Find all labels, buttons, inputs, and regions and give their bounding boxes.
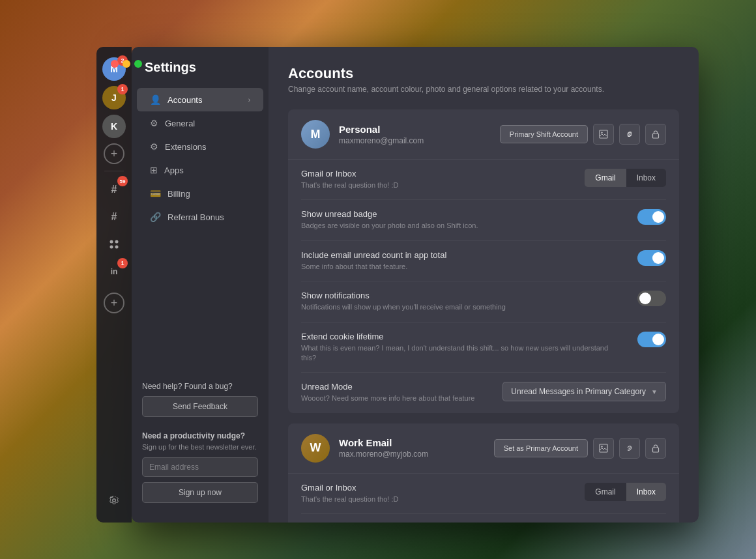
inbox-button-2[interactable]: Inbox bbox=[626, 483, 666, 501]
email-count-info-1: Include email unread count in app total … bbox=[301, 250, 624, 272]
svg-rect-6 bbox=[653, 134, 659, 138]
email-input[interactable] bbox=[142, 457, 258, 477]
dock: M 2 J 1 K + # 59 # in 1 + bbox=[96, 47, 132, 523]
gmail-inbox-label-1: Gmail or Inbox bbox=[301, 169, 572, 179]
work-screenshot-button[interactable] bbox=[593, 438, 614, 459]
cookie-toggle-1[interactable] bbox=[637, 332, 666, 347]
dots-svg bbox=[108, 238, 120, 250]
dock-add-app-button[interactable]: + bbox=[104, 293, 124, 313]
dock-hashtag-icon-2[interactable]: # bbox=[102, 205, 126, 229]
dropdown-arrow-icon: ▼ bbox=[651, 388, 658, 395]
unread-mode-value-1: Unread Messages in Primary Category bbox=[511, 387, 646, 396]
email-count-desc-1: Some info about that that feature. bbox=[301, 262, 624, 272]
sidebar-item-general[interactable]: ⚙ General bbox=[137, 111, 263, 135]
personal-avatar: M bbox=[301, 120, 330, 149]
dock-avatar-2[interactable]: J 1 bbox=[102, 86, 126, 109]
gmail-button-1[interactable]: Gmail bbox=[585, 169, 626, 187]
dock-bottom bbox=[102, 489, 126, 512]
personal-link-button[interactable] bbox=[619, 124, 640, 145]
toggle-thumb-3 bbox=[639, 293, 651, 304]
cookie-label-1: Extend cookie lifetime bbox=[301, 332, 624, 341]
minimize-button[interactable] bbox=[123, 60, 130, 68]
personal-account-info: Personal maxmoreno@gmail.com bbox=[339, 124, 500, 145]
gmail-inbox-row-1: Gmail or Inbox That's the real question … bbox=[301, 160, 666, 200]
personal-account-card: M Personal maxmoreno@gmail.com Primary S… bbox=[288, 109, 679, 413]
personal-lock-button[interactable] bbox=[645, 124, 666, 145]
sidebar-item-referral[interactable]: 🔗 Referral Bonus bbox=[137, 205, 263, 229]
dock-avatar-3[interactable]: K bbox=[102, 115, 126, 138]
sidebar-item-apps[interactable]: ⊞ Apps bbox=[137, 158, 263, 182]
unread-mode-dropdown-1[interactable]: Unread Messages in Primary Category ▼ bbox=[502, 382, 666, 401]
personal-screenshot-button[interactable] bbox=[593, 124, 614, 145]
gmail-inbox-label-2: Gmail or Inbox bbox=[301, 483, 572, 493]
work-avatar-circle: W bbox=[301, 434, 330, 463]
unread-mode-desc-1: Woooot? Need some more info here about t… bbox=[301, 394, 489, 403]
inbox-button-1[interactable]: Inbox bbox=[626, 169, 666, 187]
apps-icon: ⊞ bbox=[150, 165, 158, 175]
dock-linkedin-icon[interactable]: in 1 bbox=[102, 260, 126, 283]
unread-badge-toggle-1[interactable] bbox=[637, 209, 666, 225]
help-title: Need help? Found a bug? bbox=[142, 382, 258, 391]
personal-account-email: maxmoreno@gmail.com bbox=[339, 136, 500, 145]
personal-account-name: Personal bbox=[339, 124, 500, 135]
accounts-chevron-icon: › bbox=[248, 96, 250, 104]
svg-point-8 bbox=[601, 446, 602, 447]
image-icon bbox=[599, 130, 608, 139]
dock-dots-icon[interactable] bbox=[102, 233, 126, 256]
work-account-card: W Work Email max.moreno@myjob.com Set as… bbox=[288, 423, 679, 523]
set-primary-account-button[interactable]: Set as Primary Account bbox=[494, 439, 588, 457]
work-account-name: Work Email bbox=[339, 437, 494, 448]
sidebar-item-accounts[interactable]: 👤 Accounts › bbox=[137, 88, 263, 111]
link-icon bbox=[625, 130, 634, 139]
sidebar-apps-label: Apps bbox=[164, 165, 184, 175]
gmail-inbox-control-1: Gmail Inbox bbox=[585, 169, 666, 187]
unread-badge-control-1 bbox=[637, 209, 666, 225]
sidebar-nudge: Need a productivity nudge? Sign up for t… bbox=[132, 423, 269, 509]
work-lock-button[interactable] bbox=[645, 438, 666, 459]
notifications-toggle-1[interactable] bbox=[637, 291, 666, 306]
gmail-inbox-btngroup-2: Gmail Inbox bbox=[585, 483, 666, 501]
email-count-toggle-1[interactable] bbox=[637, 250, 666, 266]
sidebar-item-billing[interactable]: 💳 Billing bbox=[137, 182, 263, 205]
lock-icon bbox=[651, 130, 660, 139]
main-window: Settings 👤 Accounts › ⚙ General ⚙ Extens… bbox=[132, 47, 699, 523]
unread-badge-desc-1: Badges are visible on your photo and als… bbox=[301, 221, 624, 231]
email-count-label-1: Include email unread count in app total bbox=[301, 250, 624, 260]
signup-button[interactable]: Sign up now bbox=[142, 482, 258, 503]
billing-icon: 💳 bbox=[150, 188, 161, 199]
cookie-control-1 bbox=[637, 332, 666, 347]
dock-settings-icon[interactable] bbox=[102, 489, 126, 512]
personal-account-actions: Primary Shift Account bbox=[500, 124, 666, 145]
unread-mode-label-1: Unread Mode bbox=[301, 382, 489, 392]
work-link-button[interactable] bbox=[619, 438, 640, 459]
main-content: Accounts Change account name, account co… bbox=[269, 47, 699, 523]
sidebar-help: Need help? Found a bug? Send Feedback bbox=[132, 371, 269, 423]
sidebar-item-extensions[interactable]: ⚙ Extensions bbox=[137, 135, 263, 158]
unread-badge-info-1: Show unread badge Badges are visible on … bbox=[301, 209, 624, 231]
personal-settings-section: Gmail or Inbox That's the real question … bbox=[288, 160, 679, 413]
gmail-inbox-info-1: Gmail or Inbox That's the real question … bbox=[301, 169, 572, 190]
dock-hashtag-icon-1[interactable]: # 59 bbox=[102, 178, 126, 201]
svg-point-1 bbox=[115, 240, 119, 244]
feedback-button[interactable]: Send Feedback bbox=[142, 396, 258, 417]
primary-shift-account-button[interactable]: Primary Shift Account bbox=[500, 125, 588, 143]
svg-point-3 bbox=[115, 246, 119, 249]
notifications-label-1: Show notifications bbox=[301, 291, 624, 300]
svg-point-2 bbox=[110, 246, 113, 249]
close-button[interactable] bbox=[111, 60, 119, 68]
page-subtitle: Change account name, account colour, pho… bbox=[288, 85, 679, 94]
sidebar: Settings 👤 Accounts › ⚙ General ⚙ Extens… bbox=[132, 47, 269, 523]
svg-point-5 bbox=[601, 132, 602, 133]
maximize-button[interactable] bbox=[134, 60, 142, 68]
work-settings-section: Gmail or Inbox That's the real question … bbox=[288, 474, 679, 523]
gmail-inbox-btngroup-1: Gmail Inbox bbox=[585, 169, 666, 187]
unread-mode-control-1: Unread Messages in Primary Category ▼ bbox=[502, 382, 666, 401]
dock-add-account-button[interactable]: + bbox=[104, 143, 124, 164]
gmail-inbox-control-2: Gmail Inbox bbox=[585, 483, 666, 501]
dock-badge-hashtag: 59 bbox=[117, 176, 128, 186]
gmail-inbox-info-2: Gmail or Inbox That's the real question … bbox=[301, 483, 572, 504]
notifications-control-1 bbox=[637, 291, 666, 306]
gmail-button-2[interactable]: Gmail bbox=[585, 483, 626, 501]
hashtag-label-2: # bbox=[111, 211, 117, 223]
extensions-icon: ⚙ bbox=[150, 141, 158, 152]
